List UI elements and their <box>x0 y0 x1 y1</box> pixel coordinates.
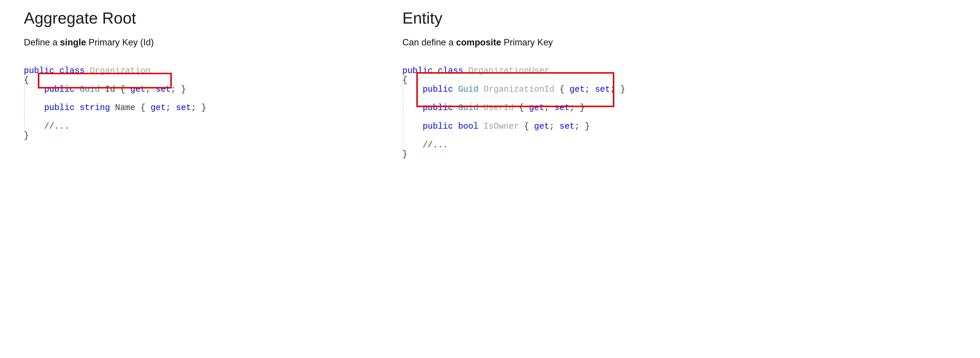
entity-heading: Entity <box>402 9 664 27</box>
code-token: get <box>130 85 146 94</box>
code-token: public <box>423 122 453 131</box>
indent-guide <box>402 71 403 150</box>
code-token: public <box>44 85 75 94</box>
code-token <box>402 103 423 113</box>
aggregate-root-column: Aggregate Root Define a single Primary K… <box>24 9 234 187</box>
code-token: Guid <box>458 85 478 94</box>
code-token: set <box>176 103 191 113</box>
code-token: Guid <box>80 85 100 94</box>
code-token: get <box>151 103 165 113</box>
code-token <box>24 85 44 94</box>
code-token: Id <box>105 85 115 94</box>
entity-subhead: Can define a composite Primary Key <box>402 37 664 48</box>
subhead-bold: composite <box>456 37 501 48</box>
aggregate-root-code: public class Organization { public Guid … <box>24 57 234 169</box>
subhead-pre: Can define a <box>402 37 456 48</box>
indent-guide <box>24 71 25 132</box>
code-token: get <box>570 85 585 94</box>
code-token: } <box>402 150 407 159</box>
code-token: ; <box>146 85 156 94</box>
code-token: Name <box>115 103 135 113</box>
subhead-post: Primary Key <box>501 37 553 48</box>
code-token: public <box>423 103 453 113</box>
code-token: get <box>529 103 544 113</box>
code-token: { <box>514 103 529 113</box>
code-token: set <box>595 85 610 94</box>
code-token: Guid <box>458 103 478 113</box>
entity-column: Entity Can define a composite Primary Ke… <box>402 9 664 187</box>
code-token <box>402 140 423 150</box>
code-token: ; } <box>575 122 590 131</box>
code-token: OrganizationId <box>483 85 554 94</box>
code-token: public <box>24 66 54 76</box>
code-token: } <box>24 131 29 141</box>
code-token: ; <box>585 85 595 94</box>
aggregate-root-subhead: Define a single Primary Key (Id) <box>24 37 234 48</box>
code-token: bool <box>458 122 478 131</box>
code-token <box>402 85 423 94</box>
code-token: { <box>135 103 151 113</box>
code-token: set <box>156 85 171 94</box>
code-token: public <box>423 85 453 94</box>
code-token: Organization <box>90 66 151 76</box>
aggregate-root-heading: Aggregate Root <box>24 9 234 27</box>
code-token: ; <box>549 122 560 131</box>
subhead-pre: Define a <box>24 37 60 48</box>
code-token: { <box>115 85 130 94</box>
code-token: class <box>438 66 463 76</box>
code-token: UserId <box>483 103 514 113</box>
code-token: ; } <box>171 85 186 94</box>
code-token: { <box>554 85 570 94</box>
code-token <box>24 122 44 131</box>
entity-code: public class OrganizationUser { public G… <box>402 57 664 187</box>
code-token: string <box>80 103 110 113</box>
code-token: //... <box>423 140 448 150</box>
code-token <box>402 122 423 131</box>
code-token: IsOwner <box>483 122 519 131</box>
code-token: { <box>519 122 534 131</box>
subhead-bold: single <box>60 37 86 48</box>
code-token: public <box>402 66 433 76</box>
code-token: ; } <box>570 103 585 113</box>
code-token <box>24 103 44 113</box>
code-token: ; } <box>610 85 625 94</box>
code-token: get <box>534 122 549 131</box>
code-token: public <box>44 103 75 113</box>
code-token: ; <box>165 103 176 113</box>
code-token: set <box>560 122 575 131</box>
code-token: ; } <box>191 103 206 113</box>
code-token: class <box>59 66 85 76</box>
code-token: //... <box>44 122 70 131</box>
code-token: OrganizationUser <box>468 66 549 76</box>
code-token: ; <box>544 103 554 113</box>
code-token: set <box>554 103 570 113</box>
subhead-post: Primary Key (Id) <box>86 37 154 48</box>
